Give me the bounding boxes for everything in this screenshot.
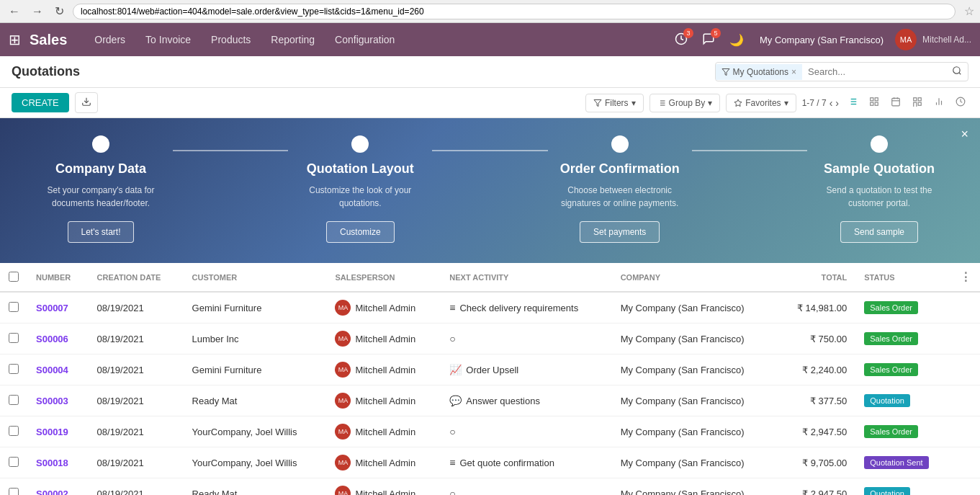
- col-customer: CUSTOMER: [184, 263, 327, 292]
- table-header: NUMBER CREATION DATE CUSTOMER SALESPERSO…: [0, 263, 980, 292]
- table-row[interactable]: S00018 08/19/2021 YourCompany, Joel Will…: [0, 447, 980, 478]
- step-1-button[interactable]: Let's start!: [68, 221, 135, 243]
- row-number[interactable]: S00006: [27, 324, 89, 354]
- nav-configuration[interactable]: Configuration: [325, 23, 405, 56]
- step-3-button[interactable]: Set payments: [580, 221, 660, 243]
- row-status: Sales Order: [855, 416, 951, 447]
- row-action: [951, 324, 980, 354]
- step-4-circle: [871, 135, 888, 153]
- remove-tag-button[interactable]: ×: [791, 67, 796, 77]
- row-action: [951, 385, 980, 416]
- row-number[interactable]: S00004: [27, 354, 89, 385]
- back-button[interactable]: ←: [6, 5, 23, 18]
- forward-button[interactable]: →: [29, 5, 46, 18]
- activity-icon: ○: [449, 426, 455, 437]
- search-bar: My Quotations ×: [715, 62, 968, 81]
- create-button[interactable]: CREATE: [12, 93, 69, 112]
- grid-icon[interactable]: ⊞: [9, 31, 21, 48]
- nav-to-invoice[interactable]: To Invoice: [135, 23, 201, 56]
- row-number[interactable]: S00007: [27, 292, 89, 324]
- status-badge: Sales Order: [864, 425, 918, 438]
- onboarding-banner: × Company Data Set your company's data f…: [0, 118, 980, 263]
- step-4-button[interactable]: Send sample: [840, 221, 918, 243]
- row-checkbox-cell: [0, 354, 27, 385]
- table-row[interactable]: S00002 08/19/2021 Ready Mat MA Mitchell …: [0, 478, 980, 496]
- row-number[interactable]: S00018: [27, 447, 89, 478]
- salesperson-name: Mitchell Admin: [355, 334, 415, 344]
- row-company: My Company (San Francisco): [612, 354, 777, 385]
- favorites-button[interactable]: Favorites ▾: [726, 94, 796, 112]
- url-bar[interactable]: [73, 4, 956, 19]
- status-badge: Quotation: [864, 487, 910, 495]
- onboarding-step-2: Quotation Layout Customize the look of y…: [288, 135, 432, 243]
- dark-mode-icon[interactable]: 🌙: [725, 30, 748, 50]
- row-total: ₹ 9,705.00: [777, 447, 855, 478]
- row-creation-date: 08/19/2021: [89, 447, 184, 478]
- message-notification[interactable]: 5: [698, 30, 719, 50]
- step-2-button[interactable]: Customize: [326, 221, 395, 243]
- onboarding-steps: Company Data Set your company's data for…: [0, 135, 980, 243]
- select-all-checkbox[interactable]: [9, 272, 19, 282]
- table-row[interactable]: S00003 08/19/2021 Ready Mat MA Mitchell …: [0, 385, 980, 416]
- nav-products[interactable]: Products: [201, 23, 261, 56]
- filters-button[interactable]: Filters ▾: [585, 94, 644, 112]
- pivot-view-button[interactable]: [909, 94, 925, 112]
- activity-label: Answer questions: [466, 396, 540, 406]
- calendar-view-button[interactable]: [888, 94, 904, 112]
- bookmark-icon[interactable]: ☆: [964, 4, 974, 18]
- col-next-activity: NEXT ACTIVITY: [441, 263, 611, 292]
- row-checkbox[interactable]: [9, 333, 19, 343]
- salesperson-avatar: MA: [335, 393, 351, 409]
- table-row[interactable]: S00004 08/19/2021 Gemini Furniture MA Mi…: [0, 354, 980, 385]
- search-filter-tag: My Quotations ×: [716, 64, 802, 80]
- quotations-table: NUMBER CREATION DATE CUSTOMER SALESPERSO…: [0, 263, 980, 495]
- activity-view-button[interactable]: [953, 94, 968, 112]
- nav-orders[interactable]: Orders: [84, 23, 135, 56]
- row-checkbox[interactable]: [9, 395, 19, 405]
- step-1-circle: [92, 135, 109, 153]
- next-page-button[interactable]: ›: [835, 97, 839, 109]
- row-number[interactable]: S00003: [27, 385, 89, 416]
- groupby-button[interactable]: Group By ▾: [649, 94, 721, 112]
- activity-badge: 3: [683, 28, 693, 38]
- search-input[interactable]: [802, 63, 946, 80]
- column-menu-icon[interactable]: ⋮: [960, 271, 971, 283]
- table-row[interactable]: S00006 08/19/2021 Lumber Inc MA Mitchell…: [0, 324, 980, 354]
- activity-notification[interactable]: 3: [670, 30, 692, 50]
- download-button[interactable]: [75, 92, 98, 113]
- row-customer: Ready Mat: [184, 385, 327, 416]
- kanban-view-button[interactable]: [866, 94, 882, 112]
- svg-rect-27: [914, 98, 917, 101]
- graph-view-button[interactable]: [931, 94, 947, 112]
- user-name[interactable]: Mitchell Ad...: [922, 35, 971, 45]
- search-button[interactable]: [946, 63, 968, 81]
- step-3-desc: Choose between electronic signatures or …: [555, 184, 685, 210]
- prev-page-button[interactable]: ‹: [830, 97, 833, 109]
- row-next-activity: ○: [441, 324, 611, 354]
- row-checkbox[interactable]: [9, 426, 19, 436]
- refresh-button[interactable]: ↻: [52, 4, 67, 18]
- activity-label: Get quote confirmation: [459, 458, 554, 468]
- row-checkbox[interactable]: [9, 457, 19, 467]
- table-row[interactable]: S00007 08/19/2021 Gemini Furniture MA Mi…: [0, 292, 980, 324]
- row-checkbox[interactable]: [9, 364, 19, 374]
- user-avatar[interactable]: MA: [895, 29, 917, 50]
- company-name[interactable]: My Company (San Francisco): [754, 35, 889, 45]
- row-number[interactable]: S00019: [27, 416, 89, 447]
- row-total: ₹ 2,947.50: [777, 478, 855, 496]
- row-salesperson: MA Mitchell Admin: [326, 324, 441, 354]
- list-view-button[interactable]: [845, 94, 860, 112]
- row-checkbox[interactable]: [9, 302, 19, 312]
- table-row[interactable]: S00019 08/19/2021 YourCompany, Joel Will…: [0, 416, 980, 447]
- row-action: [951, 478, 980, 496]
- activity-icon: ○: [449, 333, 455, 344]
- row-number[interactable]: S00002: [27, 478, 89, 496]
- salesperson-name: Mitchell Admin: [355, 489, 415, 496]
- col-creation-date: CREATION DATE: [89, 263, 184, 292]
- salesperson-avatar: MA: [335, 331, 351, 347]
- step-1-desc: Set your company's data for documents he…: [36, 184, 166, 210]
- row-checkbox[interactable]: [9, 488, 19, 496]
- nav-reporting[interactable]: Reporting: [261, 23, 325, 56]
- onboarding-close-button[interactable]: ×: [961, 127, 968, 142]
- activity-icon: 💬: [449, 395, 462, 406]
